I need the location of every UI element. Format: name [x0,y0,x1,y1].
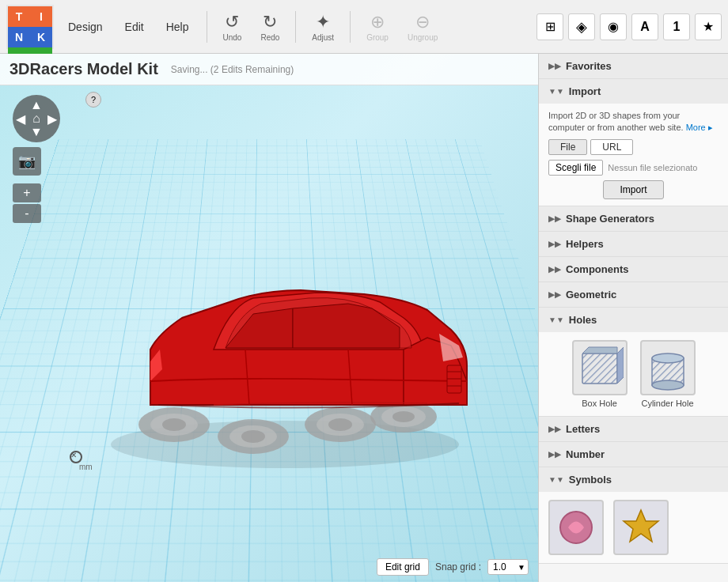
star-view-icon[interactable]: ★ [695,13,722,40]
group-button[interactable]: ⊕ Group [360,9,395,45]
import-section: ▼ Import Import 2D or 3D shapes from you… [539,79,728,206]
edit-menu[interactable]: Edit [117,17,152,36]
camera-button[interactable]: 📷 [13,147,41,176]
file-url-tabs: File URL [548,139,719,155]
favorites-header[interactable]: ▶ Favorites [539,54,728,78]
import-more-link[interactable]: More ▸ [686,123,713,132]
undo-icon: ↺ [225,12,239,32]
divider-1 [207,11,207,43]
adjust-icon: ✦ [316,12,330,32]
logo-t: T [8,6,30,27]
box-hole-visual [572,340,628,395]
main-area: 3DRacers Model Kit Saving... (2 Edits Re… [0,54,728,582]
number-header[interactable]: ▶ Number [539,442,728,467]
title-bar: 3DRacers Model Kit Saving... (2 Edits Re… [0,54,538,85]
svg-point-9 [328,418,352,431]
origin-crosshair[interactable] [70,451,82,463]
symbols-header[interactable]: ▼ Symbols [539,467,728,492]
redo-button[interactable]: ↻ Redo [254,9,286,45]
redo-icon: ↻ [263,12,277,32]
canvas-area[interactable]: 3DRacers Model Kit Saving... (2 Edits Re… [0,54,538,582]
favorites-section: ▶ Favorites [539,54,728,79]
letter-view-icon[interactable]: A [631,13,658,40]
help-menu[interactable]: Help [158,17,197,36]
letters-label: Letters [566,423,600,435]
adjust-label: Adjust [312,33,334,42]
mm-label: mm [79,463,93,471]
box-hole-card[interactable]: Box Hole [572,340,628,408]
shape-generators-label: Shape Generators [566,213,654,225]
adjust-button[interactable]: ✦ Adjust [305,9,340,45]
ungroup-button[interactable]: ⊖ Ungroup [401,9,444,45]
number-view-icon[interactable]: 1 [663,13,690,40]
cylinder-hole-visual [640,340,696,395]
geometric-header[interactable]: ▶ Geometric [539,282,728,307]
shape-generators-header[interactable]: ▶ Shape Generators [539,206,728,231]
helpers-header[interactable]: ▶ Helpers [539,232,728,256]
nav-home-icon[interactable]: ⌂ [32,111,40,126]
cylinder-hole-card[interactable]: Cylinder Hole [640,340,696,408]
file-tab[interactable]: File [548,139,587,155]
import-header[interactable]: ▼ Import [539,79,728,104]
sphere-view-icon[interactable]: ◉ [600,13,627,40]
nav-up[interactable]: ▲ [30,98,43,112]
snap-label: Snap grid : [435,561,481,573]
zoom-in-button[interactable]: + [13,183,41,202]
edit-grid-button[interactable]: Edit grid [377,558,429,576]
ungroup-label: Ungroup [408,33,438,42]
svg-point-6 [241,430,265,443]
geometric-label: Geometric [566,289,616,300]
svg-rect-18 [582,353,617,384]
divider-2 [295,11,296,43]
car-svg [71,191,483,492]
symbols-content [539,492,728,563]
symbols-section: ▼ Symbols [539,467,728,564]
shape-generators-section: ▶ Shape Generators [539,206,728,232]
nav-down[interactable]: ▼ [30,125,43,139]
components-toggle-icon: ▶ [548,265,561,274]
help-badge[interactable]: ? [85,92,101,108]
tinkercad-logo[interactable]: T I N K E R [6,5,54,49]
geometric-section: ▶ Geometric [539,282,728,308]
no-file-text: Nessun file selezionato [608,163,697,172]
helpers-label: Helpers [566,238,604,250]
grid-view-icon[interactable]: ⊞ [537,13,563,40]
nav-left[interactable]: ◀ [16,111,25,127]
undo-label: Undo [223,33,242,42]
logo-k: K [30,27,52,47]
undo-button[interactable]: ↺ Undo [217,9,248,45]
top-right-icons: ⊞ ◈ ◉ A 1 ★ [537,13,722,40]
snap-wrapper: 0.1 0.5 1.0 2.0 5.0 10.0 ▼ [487,559,529,575]
ungroup-icon: ⊖ [415,12,430,32]
symbol-card-1[interactable] [548,500,604,555]
url-tab[interactable]: URL [590,139,633,155]
symbol-visual-2 [613,500,669,555]
cube-view-icon[interactable]: ◈ [568,13,595,40]
symbol-card-2[interactable] [613,500,669,555]
group-icon: ⊕ [370,12,385,32]
letters-header[interactable]: ▶ Letters [539,417,728,441]
holes-section: ▼ Holes [539,308,728,417]
import-label: Import [569,85,601,97]
holes-header[interactable]: ▼ Holes [539,308,728,332]
symbol-visual-1 [548,500,604,555]
number-toggle-icon: ▶ [548,450,561,459]
import-toggle-icon: ▼ [548,87,564,96]
import-button[interactable]: Import [603,180,663,199]
group-label: Group [366,33,389,42]
car-model [47,149,506,535]
design-menu[interactable]: Design [60,17,111,36]
choose-file-button[interactable]: Scegli file [548,160,603,176]
divider-3 [350,11,351,43]
symbols-toggle-icon: ▼ [548,475,564,484]
import-description: Import 2D or 3D shapes from your compute… [548,110,719,134]
snap-select[interactable]: 0.1 0.5 1.0 2.0 5.0 10.0 [487,559,529,575]
components-header[interactable]: ▶ Components [539,257,728,282]
nav-right[interactable]: ▶ [47,111,57,127]
sidebar-collapse-handle[interactable]: ◀ [538,304,539,332]
components-section: ▶ Components [539,257,728,282]
nav-circle[interactable]: ▲ ▼ ◀ ▶ ⌂ [13,95,60,142]
zoom-out-button[interactable]: - [13,204,41,223]
letters-toggle-icon: ▶ [548,425,561,433]
logo-i: I [30,6,52,27]
